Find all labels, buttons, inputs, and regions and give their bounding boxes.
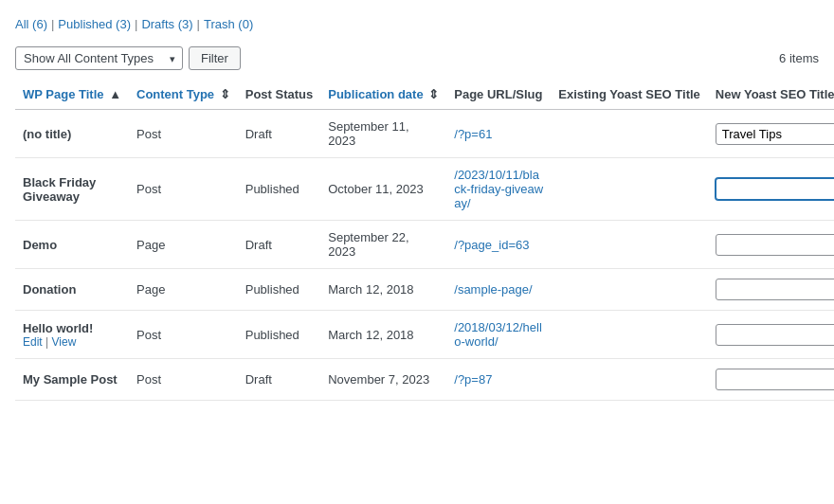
col-header-pub-date[interactable]: Publication date ⇕: [320, 80, 446, 110]
sort-indicator-wp-title: ▲: [109, 87, 121, 101]
seo-input-5[interactable]: [716, 369, 834, 390]
cell-post-status-1: Published: [238, 158, 321, 221]
cell-existing-seo-0: [551, 110, 708, 158]
tablenav-left: Show All Content Types Filter: [15, 46, 241, 70]
seo-input-4[interactable]: [716, 324, 834, 346]
url-link-2[interactable]: /?page_id=63: [454, 238, 529, 252]
row-action-view-4[interactable]: View: [52, 335, 77, 349]
content-type-filter[interactable]: Show All Content Types: [15, 46, 183, 70]
row-actions-4: Edit | View: [23, 335, 121, 349]
sort-indicator-pub-date: ⇕: [428, 87, 439, 101]
col-header-post-status: Post Status: [238, 80, 321, 110]
col-header-wp-title[interactable]: WP Page Title ▲: [15, 80, 129, 110]
content-table: WP Page Title ▲ Content Type ⇕ Post Stat…: [15, 80, 834, 401]
sep2: |: [135, 17, 137, 31]
cell-url-0: /?p=61: [446, 110, 551, 158]
url-link-1[interactable]: /2023/10/11/black-friday-giveaway/: [454, 168, 543, 210]
col-header-new-seo: New Yoast SEO Title: [708, 80, 834, 110]
cell-title-3: Donation: [15, 269, 129, 311]
cell-existing-seo-1: [551, 158, 708, 221]
cell-title-2: Demo: [15, 221, 129, 269]
table-header-row: WP Page Title ▲ Content Type ⇕ Post Stat…: [15, 80, 834, 110]
row-title-2: Demo: [23, 238, 57, 252]
cell-post-status-0: Draft: [238, 110, 321, 158]
col-header-existing-seo: Existing Yoast SEO Title: [551, 80, 708, 110]
table-row: My Sample PostPostDraftNovember 7, 2023/…: [15, 359, 834, 401]
tab-all[interactable]: All (6): [15, 17, 47, 31]
url-link-3[interactable]: /sample-page/: [454, 282, 532, 297]
tab-drafts[interactable]: Drafts (3): [141, 17, 192, 31]
cell-post-status-5: Draft: [238, 359, 321, 401]
cell-pub-date-2: September 22, 2023: [320, 221, 446, 269]
cell-url-3: /sample-page/: [446, 269, 551, 311]
sep1: |: [51, 17, 54, 31]
sort-indicator-content-type: ⇕: [220, 87, 230, 101]
row-title-4: Hello world!: [23, 321, 93, 335]
cell-content-type-0: Post: [129, 110, 238, 158]
table-row: DemoPageDraftSeptember 22, 2023/?page_id…: [15, 221, 834, 269]
table-body: (no title)PostDraftSeptember 11, 2023/?p…: [15, 110, 834, 401]
cell-content-type-1: Post: [129, 158, 238, 221]
cell-url-1: /2023/10/11/black-friday-giveaway/: [446, 158, 551, 221]
cell-url-5: /?p=87: [446, 359, 551, 401]
row-title-5: My Sample Post: [23, 372, 118, 387]
cell-new-seo-1[interactable]: [708, 158, 834, 221]
item-count: 6 items: [779, 51, 819, 65]
cell-pub-date-4: March 12, 2018: [320, 311, 446, 359]
cell-url-4: /2018/03/12/hello-world/: [446, 311, 551, 359]
url-link-5[interactable]: /?p=87: [454, 372, 492, 387]
cell-pub-date-0: September 11, 2023: [320, 110, 446, 158]
cell-content-type-5: Post: [129, 359, 238, 401]
cell-title-4: Hello world!Edit | View: [15, 311, 129, 359]
url-link-4[interactable]: /2018/03/12/hello-world/: [454, 320, 542, 349]
cell-existing-seo-2: [551, 221, 708, 269]
table-row: DonationPagePublishedMarch 12, 2018/samp…: [15, 269, 834, 311]
cell-title-0: (no title): [15, 110, 129, 158]
row-title-3: Donation: [23, 282, 76, 297]
seo-input-3[interactable]: [716, 279, 834, 300]
cell-existing-seo-5: [551, 359, 708, 401]
table-row: Black Friday GiveawayPostPublishedOctobe…: [15, 158, 834, 221]
cell-new-seo-2[interactable]: [708, 221, 834, 269]
row-action-sep: |: [45, 335, 48, 349]
cell-existing-seo-3: [551, 269, 708, 311]
row-title-1: Black Friday Giveaway: [23, 175, 96, 204]
seo-input-1[interactable]: [716, 178, 834, 200]
table-row: (no title)PostDraftSeptember 11, 2023/?p…: [15, 110, 834, 158]
cell-content-type-4: Post: [129, 311, 238, 359]
filter-tabs: All (6) | Published (3) | Drafts (3) | T…: [15, 9, 819, 41]
tab-published[interactable]: Published (3): [58, 17, 131, 31]
url-link-0[interactable]: /?p=61: [454, 127, 492, 141]
col-header-url-slug: Page URL/Slug: [446, 80, 551, 110]
cell-post-status-4: Published: [238, 311, 321, 359]
cell-pub-date-3: March 12, 2018: [320, 269, 446, 311]
row-title-0: (no title): [23, 127, 71, 141]
cell-content-type-2: Page: [129, 221, 238, 269]
filter-button[interactable]: Filter: [189, 46, 241, 70]
col-header-content-type[interactable]: Content Type ⇕: [129, 80, 238, 110]
sep3: |: [197, 17, 200, 31]
table-row: Hello world!Edit | ViewPostPublishedMarc…: [15, 311, 834, 359]
content-type-select[interactable]: Show All Content Types: [15, 46, 183, 70]
row-action-edit-4[interactable]: Edit: [23, 335, 43, 349]
cell-new-seo-0[interactable]: [708, 110, 834, 158]
cell-title-1: Black Friday Giveaway: [15, 158, 129, 221]
cell-new-seo-3[interactable]: [708, 269, 834, 311]
seo-input-0[interactable]: [716, 123, 834, 145]
cell-existing-seo-4: [551, 311, 708, 359]
seo-input-2[interactable]: [716, 234, 834, 256]
cell-post-status-3: Published: [238, 269, 321, 311]
tablenav: Show All Content Types Filter 6 items: [15, 41, 819, 80]
cell-new-seo-4[interactable]: [708, 311, 834, 359]
cell-post-status-2: Draft: [238, 221, 321, 269]
cell-content-type-3: Page: [129, 269, 238, 311]
main-content: All (6) | Published (3) | Drafts (3) | T…: [0, 0, 834, 504]
cell-new-seo-5[interactable]: [708, 359, 834, 401]
sort-pub-date[interactable]: Publication date: [328, 87, 426, 101]
cell-url-2: /?page_id=63: [446, 221, 551, 269]
cell-pub-date-1: October 11, 2023: [320, 158, 446, 221]
cell-pub-date-5: November 7, 2023: [320, 359, 446, 401]
sort-content-type[interactable]: Content Type: [136, 87, 214, 101]
tab-trash[interactable]: Trash (0): [204, 17, 253, 31]
sort-wp-title[interactable]: WP Page Title: [23, 87, 104, 101]
